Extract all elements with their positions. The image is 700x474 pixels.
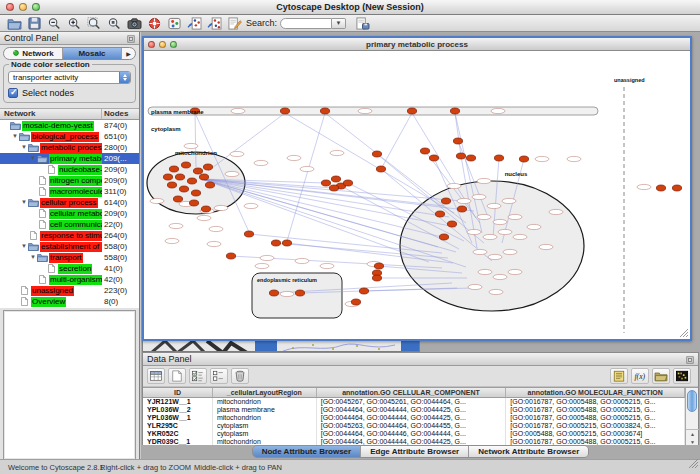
graph-node[interactable] (199, 174, 208, 180)
heatmap-icon[interactable] (673, 368, 691, 384)
graph-node[interactable] (175, 174, 184, 180)
expand-collapse-icon[interactable]: ▼ (21, 144, 28, 151)
graph-node[interactable] (173, 196, 182, 202)
attribute-table-icon[interactable] (147, 368, 165, 384)
save-session-icon[interactable] (24, 16, 44, 31)
tree-row[interactable]: multi-organism pro42(0) (0, 274, 139, 285)
tree-row[interactable]: cellular metabo209(0) (0, 208, 139, 219)
graph-node[interactable] (295, 290, 304, 296)
graph-node[interactable] (420, 148, 429, 154)
birds-eye-view[interactable] (3, 310, 136, 460)
graph-node[interactable] (351, 299, 360, 305)
tree-row[interactable]: ▼cellular process614(0) (0, 197, 139, 208)
graph-node[interactable] (280, 108, 289, 114)
graph-node[interactable] (203, 164, 212, 170)
float-panel-icon[interactable] (127, 29, 135, 47)
graph-node[interactable] (656, 185, 665, 191)
annotation-icon[interactable] (224, 16, 244, 31)
zoom-fit-icon[interactable] (84, 16, 104, 31)
graph-node[interactable] (181, 162, 190, 168)
tree-row[interactable]: nucleobase-209(0) (0, 164, 139, 175)
canvas-resize-grip[interactable] (680, 329, 688, 337)
graph-node[interactable] (494, 155, 503, 161)
graph-node[interactable] (359, 288, 368, 294)
tab-mosaic[interactable]: Mosaic (63, 48, 122, 59)
tree-row[interactable]: nitrogen compo209(0) (0, 175, 139, 186)
tab-node-attribute-browser[interactable]: Node Attribute Browser (253, 446, 362, 457)
tree-row[interactable]: ▼metabolic process280(0) (0, 142, 139, 153)
graph-node[interactable] (466, 155, 475, 161)
expand-collapse-icon[interactable]: ▼ (21, 243, 28, 250)
graph-node[interactable] (329, 185, 338, 191)
open-session-icon[interactable] (4, 16, 24, 31)
network-from-selection-icon[interactable] (184, 16, 204, 31)
network-view-window[interactable]: primary metabolic process plasma membran… (142, 36, 692, 341)
graph-node[interactable] (205, 182, 214, 188)
graph-node[interactable] (407, 108, 416, 114)
tab-edge-attribute-browser[interactable]: Edge Attribute Browser (361, 446, 469, 457)
tree-row[interactable]: ▼primary metabo209(... (0, 153, 139, 164)
table-row[interactable]: YPL036W__1mitochondrion[GO:0044464, GO:0… (143, 414, 685, 422)
expand-collapse-icon[interactable]: ▼ (21, 199, 28, 206)
graph-node[interactable] (456, 153, 465, 159)
notes-icon[interactable] (610, 368, 628, 384)
scrollbar-thumb[interactable] (687, 390, 697, 412)
graph-node[interactable] (374, 263, 383, 269)
graph-node[interactable] (343, 180, 352, 186)
select-attributes-icon[interactable] (189, 368, 207, 384)
tree-row[interactable]: ▼biological_process651(0) (0, 131, 139, 142)
graph-node[interactable] (191, 190, 200, 196)
graph-node[interactable] (450, 108, 459, 114)
graph-node[interactable] (167, 182, 176, 188)
graph-node[interactable] (519, 156, 528, 162)
tree-col-nodes[interactable]: Nodes (102, 109, 139, 119)
tab-network[interactable]: Network (4, 48, 63, 59)
vizmapper-icon[interactable] (164, 16, 184, 31)
graph-node[interactable] (453, 138, 462, 144)
column-header[interactable]: ID (143, 388, 213, 397)
search-input[interactable] (280, 18, 332, 29)
graph-node[interactable] (447, 221, 456, 227)
graph-node[interactable] (435, 211, 444, 217)
zoom-in-icon[interactable] (64, 16, 84, 31)
graph-node[interactable] (331, 176, 340, 182)
tree-row[interactable]: macromolecule311(0) (0, 186, 139, 197)
tree-row[interactable]: unassigned223(0) (0, 285, 139, 296)
table-row[interactable]: YKR052Ccytoplasm[GO:0044464, GO:0044446,… (143, 430, 685, 438)
table-row[interactable]: YJR121W__1mitochondrion[GO:0045267, GO:0… (143, 398, 685, 406)
network-view-titlebar[interactable]: primary metabolic process (144, 38, 690, 51)
graph-node[interactable] (189, 200, 198, 206)
table-row[interactable]: YDR039C__1mitochondrion[GO:0044464, GO:0… (143, 438, 685, 445)
graph-node[interactable] (457, 206, 466, 212)
tree-row[interactable]: ▼transport558(0) (0, 252, 139, 263)
float-data-panel-icon[interactable] (686, 350, 694, 368)
unselect-attributes-icon[interactable] (210, 368, 228, 384)
graph-node[interactable] (429, 155, 438, 161)
table-scrollbar[interactable]: ▲▼ (685, 388, 698, 445)
tree-row[interactable]: cell communicat22(0) (0, 219, 139, 230)
tab-network-attribute-browser[interactable]: Network Attribute Browser (469, 446, 588, 457)
graph-edge[interactable] (208, 113, 285, 171)
expand-collapse-icon[interactable]: ▼ (12, 133, 19, 140)
tree-row[interactable]: ▼establishment of lo558(0) (0, 241, 139, 252)
table-row[interactable]: YLR295Ccytoplasm[GO:0045263, GO:0044464,… (143, 422, 685, 430)
tree-row[interactable]: secretion41(0) (0, 263, 139, 274)
graph-edge[interactable] (381, 113, 412, 169)
graph-node[interactable] (169, 166, 178, 172)
graph-node[interactable] (179, 186, 188, 192)
graph-node[interactable] (244, 231, 253, 237)
table-row[interactable]: YPL036W__2plasma membrane[GO:0044464, GO… (143, 406, 685, 414)
graph-node[interactable] (269, 290, 278, 296)
help-icon[interactable] (144, 16, 164, 31)
node-color-attribute-select[interactable]: transporter activity (8, 71, 131, 84)
graph-node[interactable] (321, 180, 330, 186)
graph-node[interactable] (439, 234, 448, 240)
graph-node[interactable] (372, 151, 381, 157)
graph-node[interactable] (193, 168, 202, 174)
graph-node[interactable] (201, 206, 210, 212)
search-dropdown-button[interactable]: ▼ (332, 18, 346, 29)
graph-node[interactable] (376, 166, 385, 172)
tab-overflow-arrow-icon[interactable]: ▶ (122, 48, 135, 59)
window-titlebar[interactable]: Cytoscape Desktop (New Session) (0, 0, 700, 15)
graph-node[interactable] (271, 240, 280, 246)
